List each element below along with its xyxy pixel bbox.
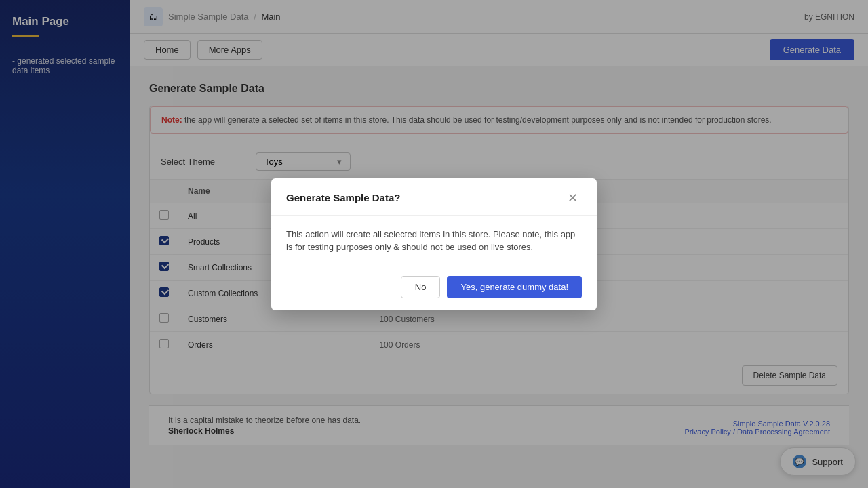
- modal-header: Generate Sample Data? ✕: [271, 178, 597, 216]
- modal-body: This action will create all selected ite…: [271, 216, 597, 266]
- close-icon[interactable]: ✕: [564, 190, 582, 205]
- modal-overlay[interactable]: Generate Sample Data? ✕ This action will…: [0, 0, 868, 488]
- modal-dialog: Generate Sample Data? ✕ This action will…: [271, 178, 597, 310]
- no-button[interactable]: No: [401, 276, 441, 298]
- modal-title: Generate Sample Data?: [286, 192, 400, 203]
- modal-footer: No Yes, generate dummy data!: [271, 266, 597, 310]
- yes-generate-button[interactable]: Yes, generate dummy data!: [447, 276, 582, 298]
